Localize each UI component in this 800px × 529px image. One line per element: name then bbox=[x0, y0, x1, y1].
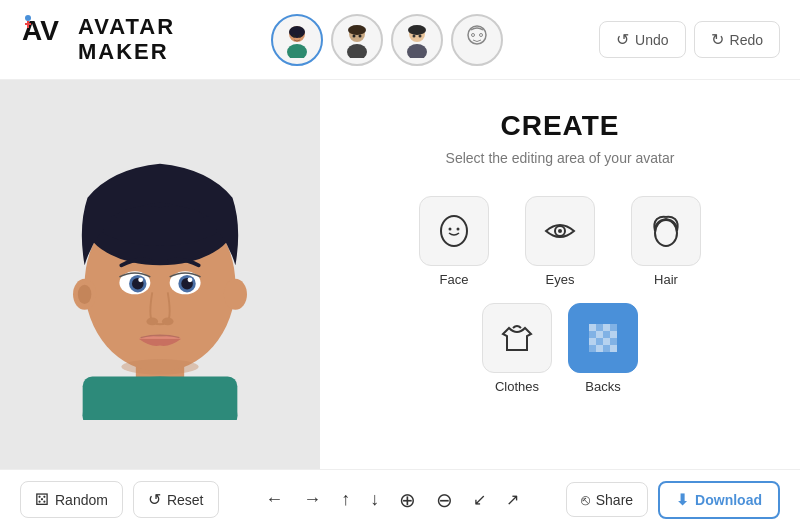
svg-point-6 bbox=[289, 26, 305, 38]
nav-up-button[interactable]: ↑ bbox=[337, 485, 354, 514]
avatar-thumb-2[interactable] bbox=[331, 14, 383, 66]
zoom-out-button[interactable]: ⊖ bbox=[432, 484, 457, 516]
undo-button[interactable]: ↺ Undo bbox=[599, 21, 685, 58]
redo-icon: ↻ bbox=[711, 30, 724, 49]
svg-point-7 bbox=[293, 34, 296, 37]
svg-point-11 bbox=[348, 25, 366, 35]
svg-point-42 bbox=[441, 216, 467, 246]
logo-text: AVATAR MAKER bbox=[78, 15, 175, 63]
rotate-left-icon: ↙ bbox=[473, 490, 486, 509]
svg-point-16 bbox=[408, 25, 426, 35]
editing-label-hair: Hair bbox=[654, 272, 678, 287]
arrow-left-icon: ← bbox=[265, 489, 283, 510]
svg-point-38 bbox=[188, 277, 193, 282]
editing-label-face: Face bbox=[440, 272, 469, 287]
svg-point-40 bbox=[162, 317, 174, 325]
editing-label-backs: Backs bbox=[585, 379, 620, 394]
editing-icon-hair bbox=[631, 196, 701, 266]
svg-rect-61 bbox=[596, 345, 603, 352]
download-icon: ⬇ bbox=[676, 491, 689, 509]
svg-point-29 bbox=[224, 278, 247, 309]
svg-point-10 bbox=[347, 44, 367, 58]
svg-rect-49 bbox=[596, 324, 603, 331]
nav-controls: ← → ↑ ↓ ⊕ ⊖ ↙ ↗ bbox=[261, 484, 523, 516]
rotate-right-button[interactable]: ↗ bbox=[502, 486, 523, 513]
header-actions: ↺ Undo ↻ Redo bbox=[599, 21, 780, 58]
editing-item-hair[interactable]: Hair bbox=[621, 196, 711, 287]
editing-item-backs[interactable]: Backs bbox=[568, 303, 638, 394]
svg-point-1 bbox=[25, 15, 31, 21]
reset-button[interactable]: ↺ Reset bbox=[133, 481, 219, 518]
bottom-left-actions: ⚄ Random ↺ Reset bbox=[20, 481, 219, 518]
hair-icon bbox=[648, 213, 684, 249]
editing-label-clothes: Clothes bbox=[495, 379, 539, 394]
svg-rect-60 bbox=[589, 345, 596, 352]
avatar-svg bbox=[30, 130, 290, 420]
nav-down-button[interactable]: ↓ bbox=[366, 485, 383, 514]
zoom-out-icon: ⊖ bbox=[436, 488, 453, 512]
undo-label: Undo bbox=[635, 32, 668, 48]
editing-item-eyes[interactable]: Eyes bbox=[515, 196, 605, 287]
logo-line1: AVATAR bbox=[78, 14, 175, 39]
nav-back-button[interactable]: ← bbox=[261, 485, 287, 514]
bottom-right-actions: ⎋ Share ⬇ Download bbox=[566, 481, 780, 519]
svg-rect-56 bbox=[589, 338, 596, 345]
arrow-down-icon: ↓ bbox=[370, 489, 379, 510]
svg-rect-55 bbox=[610, 331, 617, 338]
svg-point-43 bbox=[449, 228, 452, 231]
logo: AV AVATAR MAKER bbox=[20, 10, 175, 70]
avatar-preview-panel bbox=[0, 80, 320, 469]
svg-point-39 bbox=[146, 317, 158, 325]
zoom-in-icon: ⊕ bbox=[399, 488, 416, 512]
zoom-in-button[interactable]: ⊕ bbox=[395, 484, 420, 516]
nav-forward-button[interactable]: → bbox=[299, 485, 325, 514]
arrow-right-icon: → bbox=[303, 489, 321, 510]
svg-rect-57 bbox=[596, 338, 603, 345]
content-area: CREATE Select the editing area of your a… bbox=[0, 80, 800, 469]
svg-rect-52 bbox=[589, 331, 596, 338]
share-button[interactable]: ⎋ Share bbox=[566, 482, 648, 517]
create-panel: CREATE Select the editing area of your a… bbox=[320, 80, 800, 469]
avatar-thumb-3[interactable] bbox=[391, 14, 443, 66]
svg-rect-51 bbox=[610, 324, 617, 331]
reset-label: Reset bbox=[167, 492, 204, 508]
svg-point-8 bbox=[299, 34, 302, 37]
svg-point-12 bbox=[353, 34, 356, 37]
editing-icon-clothes bbox=[482, 303, 552, 373]
svg-point-5 bbox=[287, 44, 307, 58]
avatar-thumb-1[interactable] bbox=[271, 14, 323, 66]
face-icon bbox=[436, 213, 472, 249]
svg-rect-50 bbox=[603, 324, 610, 331]
footer-bar: ⚄ Random ↺ Reset ← → ↑ ↓ ⊕ ⊖ ↙ ↗ bbox=[0, 469, 800, 529]
svg-point-21 bbox=[480, 33, 483, 36]
undo-icon: ↺ bbox=[616, 30, 629, 49]
download-button[interactable]: ⬇ Download bbox=[658, 481, 780, 519]
avatar-thumb-4[interactable] bbox=[451, 14, 503, 66]
svg-rect-54 bbox=[603, 331, 610, 338]
rotate-right-icon: ↗ bbox=[506, 490, 519, 509]
svg-point-15 bbox=[407, 44, 427, 58]
redo-button[interactable]: ↻ Redo bbox=[694, 21, 780, 58]
random-button[interactable]: ⚄ Random bbox=[20, 481, 123, 518]
editing-label-eyes: Eyes bbox=[546, 272, 575, 287]
random-icon: ⚄ bbox=[35, 490, 49, 509]
svg-point-18 bbox=[419, 34, 422, 37]
editing-icon-face bbox=[419, 196, 489, 266]
redo-label: Redo bbox=[730, 32, 763, 48]
logo-line2: MAKER bbox=[78, 39, 169, 64]
svg-rect-24 bbox=[83, 376, 238, 420]
share-icon: ⎋ bbox=[581, 491, 590, 508]
rotate-left-button[interactable]: ↙ bbox=[469, 486, 490, 513]
svg-rect-62 bbox=[603, 345, 610, 352]
editing-item-clothes[interactable]: Clothes bbox=[482, 303, 552, 394]
arrow-up-icon: ↑ bbox=[341, 489, 350, 510]
svg-rect-53 bbox=[596, 331, 603, 338]
random-label: Random bbox=[55, 492, 108, 508]
svg-point-17 bbox=[413, 34, 416, 37]
svg-rect-58 bbox=[603, 338, 610, 345]
editing-item-face[interactable]: Face bbox=[409, 196, 499, 287]
share-label: Share bbox=[596, 492, 633, 508]
header: AV AVATAR MAKER bbox=[0, 0, 800, 80]
svg-point-37 bbox=[138, 277, 143, 282]
create-title: CREATE bbox=[500, 110, 619, 142]
